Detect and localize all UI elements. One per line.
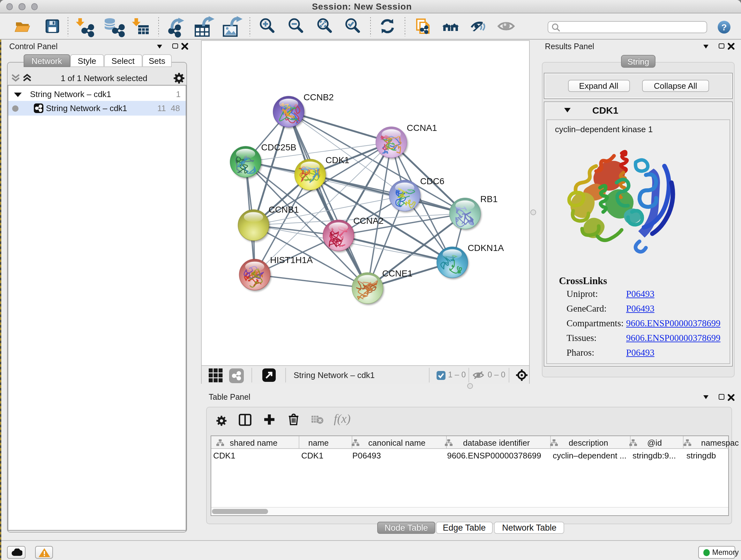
svg-text:CCNA2: CCNA2 bbox=[353, 216, 384, 226]
svg-text:CDKN1A: CDKN1A bbox=[468, 243, 504, 253]
svg-text:CCNE1: CCNE1 bbox=[382, 268, 413, 278]
svg-text:HIST1H1A: HIST1H1A bbox=[270, 255, 313, 265]
svg-text:CDC6: CDC6 bbox=[420, 176, 444, 186]
svg-text:CDC25B: CDC25B bbox=[261, 142, 296, 152]
svg-text:CCNB2: CCNB2 bbox=[304, 92, 334, 102]
svg-text:CCNA1: CCNA1 bbox=[407, 123, 437, 133]
svg-text:CDK1: CDK1 bbox=[326, 155, 349, 165]
svg-text:RB1: RB1 bbox=[480, 194, 497, 204]
svg-text:?: ? bbox=[721, 22, 727, 32]
svg-text:CCNB1: CCNB1 bbox=[269, 205, 299, 214]
